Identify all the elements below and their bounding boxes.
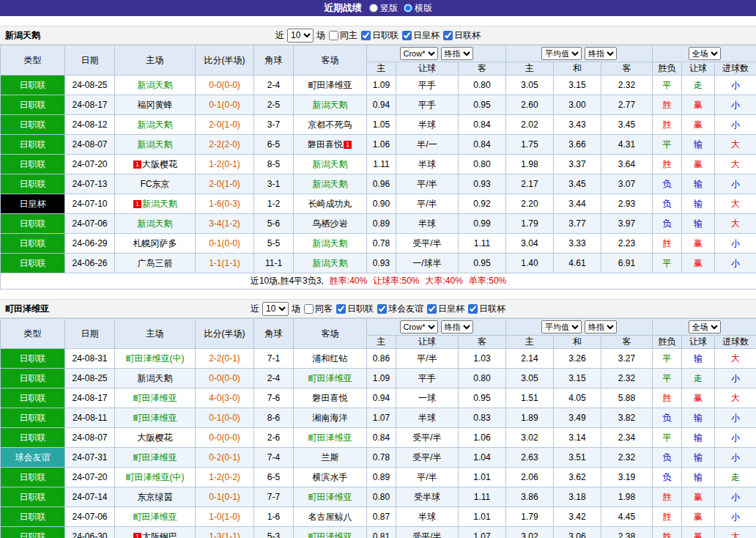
match-row: 日职联24-08-17町田泽维亚4-0(3-0)7-6磐田喜悦0.94一球0.9… — [1, 388, 756, 408]
away-team-link[interactable]: 町田泽维亚 — [308, 373, 352, 383]
home-team-link[interactable]: 札幌冈萨多 — [133, 238, 177, 248]
home-team-link[interactable]: 町田泽维亚 — [133, 413, 177, 423]
home-team-link[interactable]: 新潟天鹅 — [138, 139, 173, 150]
away-team-link[interactable]: 新潟天鹅 — [313, 179, 348, 189]
odds-stage-select[interactable]: 终指 — [441, 47, 473, 60]
score-link[interactable]: 1-1(1-1) — [209, 258, 240, 268]
score-link[interactable]: 1-2(0-1) — [209, 159, 240, 169]
team-section-1: 新潟天鹅近10场同主日职联日皇杯日联杯类型日期主场比分(半场)角球客场Crow*… — [0, 26, 756, 290]
home-team-link[interactable]: 町田泽维亚 — [133, 452, 177, 463]
score-link[interactable]: 2-0(1-0) — [209, 119, 240, 130]
away-team-link[interactable]: 町田泽维亚 — [308, 80, 352, 90]
home-team-link[interactable]: 新潟天鹅 — [138, 80, 173, 90]
league-filter-checkbox-input[interactable] — [402, 31, 412, 40]
away-team-link[interactable]: 浦和红钻 — [313, 353, 348, 364]
home-team-link[interactable]: 大阪樱花 — [142, 159, 177, 169]
home-team-link[interactable]: 福冈黄蜂 — [138, 100, 173, 110]
away-team-link[interactable]: 新潟天鹅 — [313, 159, 348, 169]
score-link[interactable]: 1-2(0-2) — [209, 472, 240, 482]
avg-home-cell: 3.02 — [506, 428, 554, 448]
same-venue-checkbox-input[interactable] — [304, 304, 314, 314]
score-link[interactable]: 1-0(1-0) — [209, 512, 240, 522]
score-link[interactable]: 2-0(1-0) — [209, 179, 240, 189]
odds-stage-select[interactable]: 终指 — [441, 320, 473, 334]
home-team-link[interactable]: 东京绿茵 — [138, 492, 173, 502]
away-team-link[interactable]: 兰斯 — [322, 452, 339, 463]
away-team-link[interactable]: 京都不死鸟 — [308, 119, 352, 130]
score-link[interactable]: 0-1(0-0) — [209, 238, 240, 248]
away-team-link[interactable]: 町田泽维亚 — [308, 531, 352, 538]
score-link[interactable]: 4-0(3-0) — [209, 393, 240, 403]
league-filter-checkbox[interactable]: 日皇杯 — [401, 29, 440, 42]
match-count-select[interactable]: 10 — [287, 29, 314, 43]
period-select[interactable]: 全场 — [689, 47, 721, 60]
league-filter-checkbox[interactable]: 日皇杯 — [426, 303, 464, 315]
away-team-link[interactable]: 湘南海洋 — [313, 413, 348, 423]
league-filter-checkbox-input[interactable] — [361, 31, 371, 40]
away-team-link[interactable]: 町田泽维亚 — [308, 492, 352, 502]
away-team-link[interactable]: 町田泽维亚 — [308, 432, 352, 443]
home-team-link[interactable]: 大阪樱花 — [138, 432, 173, 443]
avg-source-select[interactable]: 平均值 — [541, 320, 582, 334]
away-team-link[interactable]: 横滨水手 — [313, 472, 348, 482]
score-link[interactable]: 0-0(0-0) — [209, 432, 240, 443]
layout-radio-input-vertical[interactable] — [369, 4, 378, 12]
league-filter-checkbox[interactable]: 日职联 — [336, 303, 374, 315]
league-filter-checkbox-input[interactable] — [336, 304, 346, 314]
away-team-link[interactable]: 磐田喜悦 — [308, 139, 343, 150]
layout-radio-horizontal[interactable]: 横版 — [404, 2, 432, 15]
home-team-link[interactable]: 新潟天鹅 — [138, 218, 173, 229]
home-team-link[interactable]: 大阪钢巴 — [142, 531, 177, 538]
same-venue-checkbox[interactable]: 同主 — [328, 29, 357, 42]
layout-radio-input-horizontal[interactable] — [404, 4, 412, 12]
score-link[interactable]: 3-4(1-2) — [209, 218, 240, 229]
same-venue-checkbox[interactable]: 同客 — [303, 303, 333, 315]
score-link[interactable]: 0-1(0-1) — [209, 492, 240, 502]
score-link[interactable]: 0-0(0-0) — [209, 80, 240, 90]
period-select[interactable]: 全场 — [689, 320, 721, 334]
odds-source-select[interactable]: Crow* — [400, 47, 438, 60]
date-cell: 24-07-10 — [65, 194, 115, 214]
score-link[interactable]: 0-0(0-0) — [209, 373, 240, 383]
avg-source-select[interactable]: 平均值 — [541, 47, 582, 60]
same-venue-checkbox-input[interactable] — [329, 31, 338, 40]
away-team-link[interactable]: 新潟天鹅 — [313, 238, 348, 248]
home-team-link[interactable]: 广岛三箭 — [138, 258, 173, 268]
home-team-link[interactable]: 新潟天鹅 — [138, 119, 173, 130]
layout-radio-vertical[interactable]: 竖版 — [369, 2, 398, 15]
home-team-link[interactable]: 町田泽维亚 — [133, 393, 177, 403]
score-link[interactable]: 0-1(0-0) — [209, 100, 240, 110]
league-filter-checkbox[interactable]: 日联杯 — [442, 29, 481, 42]
avg-home-cell: 3.05 — [506, 75, 554, 95]
avg-stage-select[interactable]: 终指 — [585, 320, 617, 334]
score-link[interactable]: 0-2(0-1) — [209, 452, 240, 463]
away-team-link[interactable]: 名古屋鲸八 — [308, 512, 352, 522]
home-team-link[interactable]: FC东京 — [141, 179, 170, 189]
score-link[interactable]: 1-3(1-1) — [209, 531, 240, 538]
away-team-link[interactable]: 新潟天鹅 — [313, 258, 348, 268]
home-team-link[interactable]: 新潟天鹅 — [138, 373, 173, 383]
score-link[interactable]: 0-1(0-0) — [209, 413, 240, 423]
score-link[interactable]: 2-2(2-0) — [209, 139, 240, 150]
league-filter-checkbox-input[interactable] — [427, 304, 437, 314]
league-filter-checkbox[interactable]: 日联杯 — [467, 303, 505, 315]
away-team-link[interactable]: 新潟天鹅 — [313, 100, 348, 110]
league-filter-checkbox-input[interactable] — [468, 304, 478, 314]
home-team-link[interactable]: 町田泽维亚 — [133, 512, 177, 522]
match-count-select[interactable]: 10 — [262, 302, 289, 316]
odds-source-select[interactable]: Crow* — [400, 320, 438, 334]
home-team-link[interactable]: 町田泽维亚(中) — [126, 472, 185, 482]
away-team-link[interactable]: 磐田喜悦 — [313, 393, 348, 403]
league-filter-checkbox[interactable]: 日职联 — [360, 29, 399, 42]
league-filter-checkbox[interactable]: 球会友谊 — [377, 303, 423, 315]
away-team-link[interactable]: 鸟栖沙岩 — [313, 218, 348, 229]
avg-stage-select[interactable]: 终指 — [585, 47, 617, 60]
home-team-link[interactable]: 町田泽维亚(中) — [126, 353, 185, 364]
away-team-link[interactable]: 长崎成功丸 — [308, 199, 352, 209]
avg-away-cell: 3.82 — [601, 408, 653, 428]
score-link[interactable]: 1-6(0-3) — [209, 199, 240, 209]
home-team-link[interactable]: 新潟天鹅 — [142, 199, 177, 209]
league-filter-checkbox-input[interactable] — [443, 31, 453, 40]
score-link[interactable]: 2-2(0-1) — [209, 353, 240, 364]
league-filter-checkbox-input[interactable] — [377, 304, 387, 314]
